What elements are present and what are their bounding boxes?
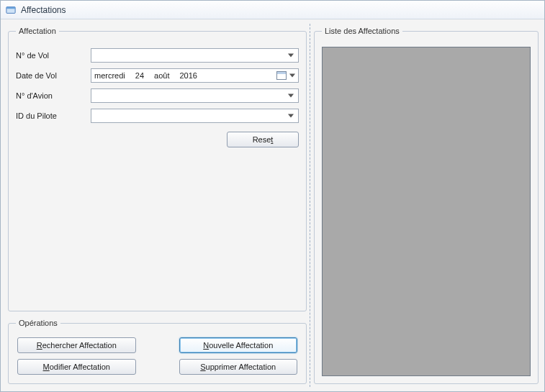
left-column: Affectation N° de Vol Date de Vol mercre… <box>8 27 307 384</box>
group-operations: Opérations Rechercher Affectation Nouvel… <box>8 319 307 384</box>
reset-button[interactable]: Reset <box>227 132 299 147</box>
modifier-button[interactable]: Modifier Affectation <box>17 359 136 375</box>
date-parts: mercredi 24 août 2016 <box>94 71 197 80</box>
svg-rect-1 <box>6 6 15 9</box>
nouvelle-ul: N <box>203 341 209 350</box>
window-title: Affectations <box>21 5 66 15</box>
supprimer-ul: S <box>200 363 205 371</box>
group-operations-legend: Opérations <box>16 319 60 327</box>
combo-id-pilote[interactable] <box>91 109 299 123</box>
rechercher-button[interactable]: Rechercher Affectation <box>17 337 136 353</box>
row-date-vol: Date de Vol mercredi 24 août 2016 <box>16 65 299 86</box>
label-id-pilote: ID du Pilote <box>16 111 85 120</box>
affectations-list[interactable] <box>322 47 531 376</box>
modifier-rest: odifier Affectation <box>50 363 110 371</box>
reset-label-ul: t <box>271 135 273 144</box>
nouvelle-button[interactable]: Nouvelle Affectation <box>179 337 298 353</box>
right-column: Liste des Affectations <box>314 27 539 384</box>
date-month: août <box>154 71 169 80</box>
operations-grid: Rechercher Affectation Nouvelle Affectat… <box>16 333 299 376</box>
rechercher-ul: R <box>37 341 42 350</box>
group-liste-legend: Liste des Affectations <box>322 27 402 35</box>
group-affectation-legend: Affectation <box>16 27 59 35</box>
date-year: 2016 <box>179 71 197 80</box>
row-num-avion: N° d'Avion <box>16 86 299 106</box>
row-id-pilote: ID du Pilote <box>16 106 299 126</box>
label-date-vol: Date de Vol <box>16 71 85 80</box>
modifier-ul: M <box>43 363 50 371</box>
combo-num-vol[interactable] <box>91 48 299 63</box>
date-day: 24 <box>135 71 144 80</box>
nouvelle-rest: ouvelle Affectation <box>209 341 273 350</box>
label-num-avion: N° d'Avion <box>16 91 85 100</box>
supprimer-rest: upprimer Affectation <box>206 363 276 371</box>
row-num-vol: N° de Vol <box>16 45 299 65</box>
group-liste: Liste des Affectations <box>314 27 539 384</box>
date-weekday: mercredi <box>94 71 125 80</box>
datepicker-date-vol[interactable]: mercredi 24 août 2016 <box>91 68 299 83</box>
window-affectations: Affectations Affectation N° de Vol Date … <box>0 0 545 392</box>
group-affectation: Affectation N° de Vol Date de Vol mercre… <box>8 27 307 311</box>
app-icon <box>5 4 17 16</box>
form: N° de Vol Date de Vol mercredi 24 août <box>16 45 299 147</box>
reset-label-prefix: Rese <box>253 135 271 144</box>
titlebar: Affectations <box>1 1 544 19</box>
calendar-icon <box>276 71 287 80</box>
combo-num-avion[interactable] <box>91 88 299 103</box>
supprimer-button[interactable]: Supprimer Affectation <box>179 359 298 375</box>
rechercher-rest: echercher Affectation <box>42 341 117 350</box>
reset-row: Reset <box>16 132 299 147</box>
label-num-vol: N° de Vol <box>16 51 85 60</box>
client-area: Affectation N° de Vol Date de Vol mercre… <box>1 19 544 391</box>
